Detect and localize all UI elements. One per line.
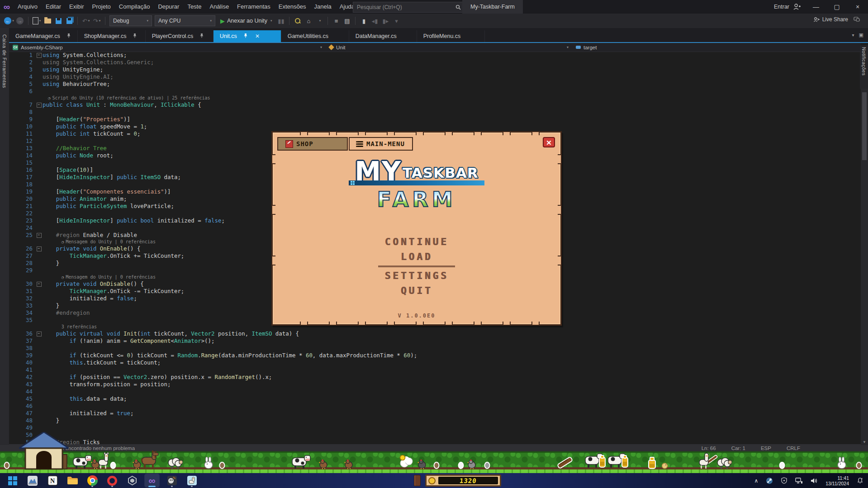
sheep-sprite[interactable] [716, 457, 732, 471]
brown-chicken-sprite[interactable] [318, 459, 328, 471]
game-close-button[interactable]: ✕ [543, 137, 555, 147]
code-line-44[interactable]: 44 [9, 388, 861, 395]
menu-editar[interactable]: Editar [42, 3, 65, 10]
code-line-43[interactable]: 43 transform.position = position; [9, 381, 861, 388]
brown-egg-sprite[interactable] [4, 461, 10, 471]
code-line-5[interactable]: 5using BehaviourTree; [9, 81, 861, 88]
code-line-9[interactable]: 9 [Header("Properties")] [9, 116, 861, 123]
code-line-37[interactable]: 37 if (!anim) anim = GetComponent<Animat… [9, 337, 861, 345]
codelens-text[interactable]: 3 referências [62, 324, 97, 330]
taskbar-clock[interactable]: 11:41 13/11/2024 [825, 475, 849, 486]
game-menu-settings[interactable]: SETTINGS [384, 270, 448, 281]
code-line-1[interactable]: 1−using System.Collections; [9, 52, 861, 59]
white-egg-sprite[interactable] [458, 461, 464, 471]
book-icon[interactable] [414, 475, 421, 486]
brown-egg-sprite[interactable] [433, 461, 440, 471]
brown-egg-sprite[interactable] [219, 461, 225, 471]
code-line-6[interactable]: 6 [9, 88, 861, 95]
game-menu-quit[interactable]: QUIT [401, 285, 433, 296]
code-line-42[interactable]: 42 if (position == Vector2.zero) positio… [9, 374, 861, 381]
toolbox-tab[interactable]: Caixa de Ferramentas [2, 34, 7, 88]
find-in-files-icon[interactable] [293, 15, 303, 26]
pin-icon[interactable] [243, 33, 248, 39]
breadcrumb-member[interactable]: target [572, 43, 861, 52]
game-menu-continue[interactable]: CONTINUE [384, 237, 448, 247]
menu-janela[interactable]: Janela [310, 3, 336, 10]
code-line-41[interactable]: 41 [9, 366, 861, 374]
volume-icon[interactable] [811, 478, 818, 484]
cow-sprite[interactable] [71, 454, 92, 471]
taskbar-visual-studio-icon[interactable]: ∞ [145, 474, 159, 487]
toolbar-overflow-icon[interactable]: ▾ [391, 15, 401, 26]
next-bookmark-icon[interactable]: ▮▸ [380, 15, 390, 26]
open-folder-icon[interactable] [43, 15, 52, 26]
grey-egg-sprite[interactable] [484, 461, 490, 471]
code-line-49[interactable]: 49 [9, 424, 861, 431]
rabbit-sprite[interactable] [204, 457, 213, 471]
save-all-icon[interactable] [64, 15, 74, 26]
attach-to-unity-button[interactable]: ▶ Anexar ao Unity▾ [217, 15, 275, 26]
tab-gameutilities-cs[interactable]: GameUtilities.cs [281, 30, 349, 42]
redo-icon[interactable]: ↷▾ [92, 15, 102, 26]
code-line-10[interactable]: 10 public float speedMove = 1; [9, 123, 861, 130]
fold-column[interactable]: − [35, 330, 43, 337]
code-line-50[interactable]: 50 [9, 431, 861, 439]
menu-compilação[interactable]: Compilação [115, 3, 154, 10]
llama-sprite[interactable] [98, 452, 109, 471]
search-input[interactable]: Pesquisar (Ctrl+Q) [353, 2, 465, 13]
code-line-36[interactable]: 36− public virtual void Init(int tickCou… [9, 330, 861, 337]
white-egg-sprite[interactable] [779, 461, 785, 471]
code-line-3[interactable]: 3using UnityEngine; [9, 66, 861, 73]
code-line-47[interactable]: 47 initialized = true; [9, 410, 861, 417]
feedback-icon[interactable] [854, 17, 860, 22]
code-line-46[interactable]: 46 [9, 403, 861, 410]
close-button[interactable]: × [847, 0, 868, 14]
house-sprite[interactable] [19, 432, 69, 472]
cowjug-sprite[interactable] [607, 453, 629, 471]
taskbar-gimp-icon[interactable] [165, 474, 179, 487]
menu-arquivo[interactable]: Arquivo [14, 3, 42, 10]
tab-profilemenu-cs[interactable]: ProfileMenu.cs [417, 30, 485, 42]
vertical-scrollbar[interactable]: ▼ [861, 89, 868, 445]
menu-teste[interactable]: Teste [183, 3, 205, 10]
code-line-7[interactable]: 7−public class Unit : MonoBehaviour, ICl… [9, 101, 861, 109]
white-egg-sprite[interactable] [110, 461, 116, 471]
code-line-45[interactable]: 45 this.data = data; [9, 395, 861, 403]
float-tab-icon[interactable]: ▣ [859, 32, 863, 38]
navigate-back-icon[interactable]: ←▾ [4, 15, 14, 26]
grey-chicken-sprite[interactable] [467, 459, 477, 471]
coinpuff-sprite[interactable] [399, 455, 414, 471]
game-menu-load[interactable]: LOAD [401, 251, 433, 262]
undo-icon[interactable]: ↶▾ [81, 15, 91, 26]
sheep-sprite[interactable] [167, 457, 183, 471]
menu-projeto[interactable]: Projeto [88, 3, 115, 10]
menu-análise[interactable]: Análise [205, 3, 233, 10]
coin-counter-widget[interactable]: 1320 [425, 474, 501, 487]
menu-depurar[interactable]: Depurar [154, 3, 183, 10]
pin-icon[interactable] [199, 33, 204, 39]
codelens-text[interactable]: Mensagem do Unity | 0 referências [66, 239, 156, 245]
breadcrumb-project[interactable]: C# Assembly-CSharp ▾ [9, 43, 326, 52]
cowjug-sprite[interactable] [584, 453, 606, 471]
code-line-40[interactable]: 40 this.tickCount = tickCount; [9, 359, 861, 366]
game-tab-main-menu[interactable]: MAIN-MENU [349, 137, 413, 151]
taskbar-chrome-icon[interactable] [85, 474, 100, 487]
brown-chicken-sprite[interactable] [132, 459, 142, 471]
steam-icon[interactable] [766, 477, 773, 484]
game-tab-shop[interactable]: SHOP [277, 137, 348, 151]
fold-column[interactable]: − [35, 280, 43, 288]
tab-overflow-icon[interactable]: ▾ [852, 33, 854, 38]
tab-unit-cs[interactable]: Unit.cs✕ [213, 30, 281, 42]
sign-in-button[interactable]: Entrar [774, 4, 789, 10]
pin-icon[interactable] [133, 33, 137, 39]
code-line-48[interactable]: 48 } [9, 417, 861, 424]
user-plus-icon[interactable] [793, 3, 801, 10]
scroll-down-icon[interactable]: ▼ [861, 440, 868, 444]
cow-sprite[interactable] [290, 454, 311, 471]
log-sprite[interactable] [555, 456, 574, 471]
codelens-row[interactable]: ◔Script do Unity (10 referências de ativ… [9, 95, 861, 101]
menu-exibir[interactable]: Exibir [65, 3, 88, 10]
notification-bell-icon[interactable]: z [857, 477, 863, 484]
code-line-2[interactable]: 2using System.Collections.Generic; [9, 59, 861, 66]
home-icon[interactable]: ⌂ [304, 15, 313, 26]
